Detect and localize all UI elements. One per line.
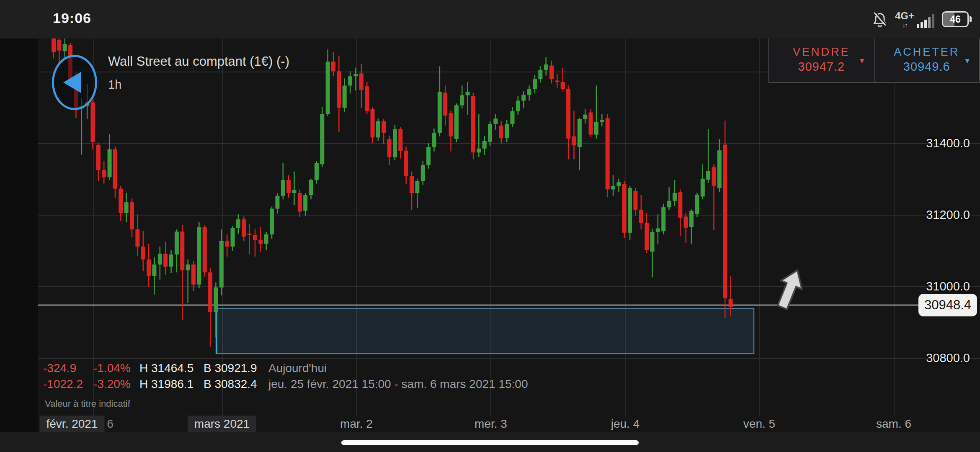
candle-body <box>371 109 375 138</box>
period-label: jeu. 25 févr. 2021 15:00 - sam. 6 mars 2… <box>268 378 528 391</box>
candle-body <box>578 119 582 147</box>
candle-body <box>477 149 481 152</box>
candle-body <box>656 229 660 232</box>
candle-body <box>225 241 229 247</box>
buy-label: ACHETER <box>894 45 959 59</box>
mobile-network-indicator: 4G+ ↓↑ <box>895 11 934 28</box>
sell-caret-icon: ▼ <box>859 56 866 65</box>
arrow-annotation-icon <box>778 270 802 310</box>
candle-body <box>236 219 240 228</box>
candle-body <box>600 120 604 122</box>
candle-body <box>96 145 101 170</box>
candle-body <box>572 136 576 145</box>
candle-body <box>63 44 67 51</box>
change-percent: -1.04% <box>93 362 131 375</box>
candle-body <box>549 66 554 79</box>
candle-body <box>684 216 688 228</box>
candle-body <box>303 195 307 211</box>
candle-body <box>108 149 112 177</box>
y-axis-label: 31200.0 <box>878 208 970 222</box>
candle-body <box>326 62 330 114</box>
candle-body <box>281 180 285 196</box>
buy-price: 30949.6 <box>903 59 950 74</box>
home-indicator[interactable] <box>341 440 639 445</box>
candle-body <box>158 254 162 265</box>
candle-body <box>482 141 487 149</box>
battery-percent: 46 <box>943 13 967 26</box>
high-value: H 31986.1 <box>139 378 193 391</box>
candle-body <box>343 85 347 108</box>
candle-body <box>678 192 682 218</box>
candle-body <box>410 176 414 193</box>
candle-body <box>527 89 531 95</box>
candle-body <box>57 40 61 51</box>
candle-body <box>701 179 705 197</box>
candle-body <box>689 211 694 227</box>
candle-body <box>404 151 408 176</box>
candle-body <box>706 171 710 180</box>
candle-body <box>415 181 419 193</box>
candle-body <box>661 207 665 231</box>
signal-bars-icon <box>917 14 934 28</box>
candle-body <box>594 122 598 135</box>
candle-body <box>203 227 207 272</box>
candle-body <box>449 113 453 136</box>
candle-body <box>163 254 168 267</box>
candle-body <box>521 95 526 101</box>
candle-body <box>382 121 386 133</box>
candle-body <box>141 247 145 259</box>
candle-body <box>493 118 498 124</box>
candle-body <box>152 265 156 276</box>
candle-body <box>147 259 151 276</box>
candle-body <box>393 129 397 157</box>
candle-body <box>102 170 106 177</box>
candle-body <box>320 114 324 164</box>
candle-body <box>438 92 442 133</box>
y-axis-label: 31000.0 <box>878 280 970 293</box>
chart-left-gutter <box>0 39 38 432</box>
candle-body <box>270 209 274 235</box>
candle-body <box>359 73 364 90</box>
x-axis-label: févr. 2021 <box>40 416 105 432</box>
buy-button[interactable]: ACHETER 30949.6 ▼ <box>874 37 980 82</box>
clock: 19:06 <box>53 10 91 26</box>
back-button[interactable] <box>52 55 97 110</box>
status-bar: 19:06 4G+ ↓↑ <box>0 0 980 39</box>
change-value: -1022.2 <box>43 378 83 391</box>
candle-body <box>606 118 610 189</box>
candle-body <box>242 219 246 236</box>
candle-body <box>135 229 139 247</box>
timeframe-label[interactable]: 1h <box>108 78 121 92</box>
candle-body <box>538 70 542 79</box>
candle-body <box>616 182 621 186</box>
bottom-strip <box>0 432 980 452</box>
candle-body <box>180 231 184 270</box>
buy-caret-icon: ▼ <box>964 56 971 65</box>
battery-icon: 46 <box>942 11 972 27</box>
candle-body <box>376 121 380 137</box>
candle-body <box>387 139 392 157</box>
trade-buttons: VENDRE 30947.2 ▼ ACHETER 30949.6 ▼ <box>769 36 980 83</box>
candle-body <box>286 180 291 193</box>
x-axis-label: 6 <box>107 416 113 432</box>
candle-body <box>169 254 173 267</box>
trading-app-screen: 31400.031200.031000.030800.0 30948.4 19:… <box>0 0 980 452</box>
candle-body <box>175 231 179 254</box>
candle-body <box>650 232 655 252</box>
candle-body <box>717 150 722 188</box>
x-axis-label: mars 2021 <box>188 416 256 432</box>
candle-body <box>645 223 649 250</box>
current-price-tag: 30948.4 <box>918 294 977 316</box>
sell-price: 30947.2 <box>798 59 845 74</box>
candle-body <box>275 196 279 209</box>
sell-button[interactable]: VENDRE 30947.2 ▼ <box>769 37 874 82</box>
candle-body <box>426 147 431 165</box>
candle-body <box>264 234 268 244</box>
candle-body <box>471 96 475 152</box>
candle-body <box>398 129 402 151</box>
candle-body <box>555 81 559 82</box>
candle-body <box>292 190 296 193</box>
sell-label: VENDRE <box>793 45 850 59</box>
candle-body <box>113 149 117 189</box>
candle-body <box>348 76 352 85</box>
